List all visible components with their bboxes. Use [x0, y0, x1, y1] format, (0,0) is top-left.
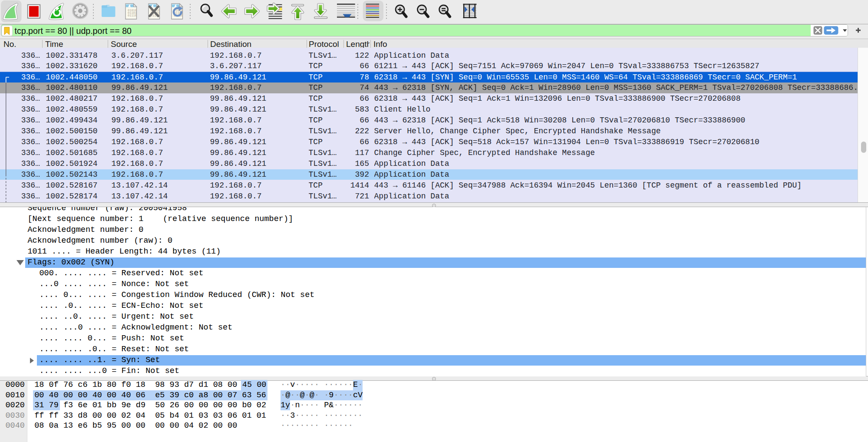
svg-text:01110: 01110 [128, 14, 137, 17]
